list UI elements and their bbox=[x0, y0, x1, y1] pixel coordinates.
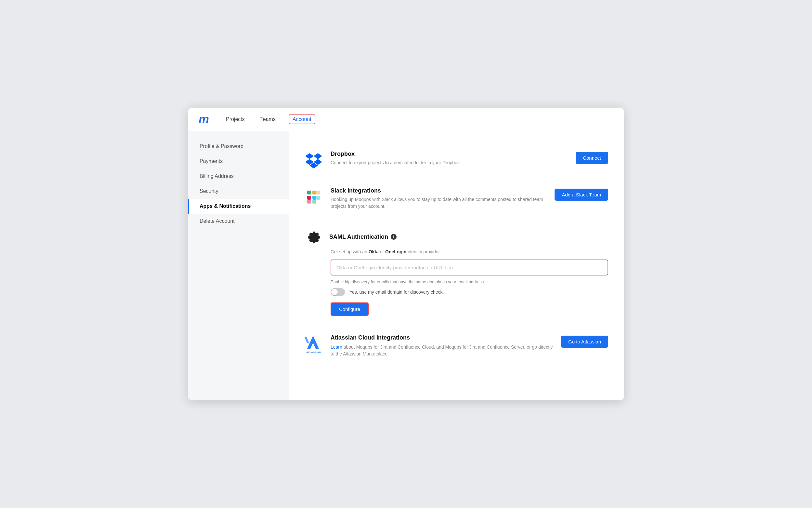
sidebar-item-payments[interactable]: Payments bbox=[188, 154, 289, 169]
saml-title: SAML Authentication bbox=[329, 234, 388, 240]
svg-rect-12 bbox=[312, 200, 316, 204]
saml-onelogin: OneLogin bbox=[385, 249, 406, 254]
svg-rect-6 bbox=[312, 190, 316, 195]
connect-button[interactable]: Connect bbox=[576, 152, 608, 164]
saml-header: SAML Authentication i bbox=[305, 228, 608, 245]
sidebar-item-security[interactable]: Security bbox=[188, 184, 289, 199]
dropbox-desc: Connect to export projects to a dedicate… bbox=[330, 159, 568, 166]
atlassian-learn-link[interactable]: Learn bbox=[330, 344, 342, 350]
top-nav: m Projects Teams Account bbox=[188, 108, 624, 131]
dropbox-section: Dropbox Connect to export projects to a … bbox=[305, 141, 608, 178]
svg-rect-7 bbox=[307, 196, 311, 200]
app-window: m Projects Teams Account Profile & Passw… bbox=[188, 108, 624, 400]
nav-projects[interactable]: Projects bbox=[223, 115, 247, 124]
nav-teams[interactable]: Teams bbox=[258, 115, 278, 124]
atlassian-icon: ATLASSIAN bbox=[305, 334, 323, 355]
atlassian-title: Atlassian Cloud Integrations bbox=[330, 334, 553, 341]
svg-marker-0 bbox=[305, 153, 314, 159]
svg-rect-9 bbox=[316, 190, 320, 195]
saml-desc: Get set up with an Okta or OneLogin iden… bbox=[330, 249, 608, 254]
toggle-row: Yes, use my email domain for discovery c… bbox=[330, 288, 608, 296]
saml-input-wrap bbox=[330, 259, 608, 276]
svg-rect-11 bbox=[307, 200, 311, 204]
dropbox-title: Dropbox bbox=[330, 151, 568, 158]
toggle-knob bbox=[331, 289, 338, 295]
saml-url-input[interactable] bbox=[330, 259, 608, 276]
slack-section: Slack Integrations Hooking up Moqups wit… bbox=[305, 178, 608, 219]
slack-action: Add a Slack Team bbox=[554, 187, 608, 201]
svg-rect-8 bbox=[312, 196, 316, 200]
dropbox-icon bbox=[305, 152, 323, 169]
slack-title: Slack Integrations bbox=[330, 187, 547, 194]
saml-info-icon[interactable]: i bbox=[391, 234, 397, 240]
add-slack-team-button[interactable]: Add a Slack Team bbox=[554, 188, 608, 201]
saml-gear-icon bbox=[305, 229, 323, 245]
saml-idp-label: Enable idp discovery for emails that hav… bbox=[330, 280, 608, 284]
svg-text:ATLASSIAN: ATLASSIAN bbox=[306, 351, 321, 354]
atlassian-body: Atlassian Cloud Integrations Learn about… bbox=[330, 334, 553, 357]
toggle-label: Yes, use my email domain for discovery c… bbox=[350, 290, 444, 295]
saml-okta: Okta bbox=[369, 249, 379, 254]
svg-marker-1 bbox=[314, 153, 322, 159]
sidebar-item-profile[interactable]: Profile & Password bbox=[188, 139, 289, 154]
discovery-toggle[interactable] bbox=[330, 288, 345, 296]
dropbox-body: Dropbox Connect to export projects to a … bbox=[330, 151, 568, 166]
saml-section: SAML Authentication i Get set up with an… bbox=[305, 219, 608, 325]
nav-account[interactable]: Account bbox=[289, 115, 315, 124]
configure-button[interactable]: Configure bbox=[330, 302, 369, 316]
slack-desc: Hooking up Moqups with Slack allows you … bbox=[330, 196, 547, 210]
atlassian-desc: Learn about Moqups for Jira and Confluen… bbox=[330, 344, 553, 357]
saml-title-row: SAML Authentication i bbox=[329, 234, 397, 240]
slack-body: Slack Integrations Hooking up Moqups wit… bbox=[330, 187, 547, 210]
sidebar-item-billing[interactable]: Billing Address bbox=[188, 169, 289, 184]
slack-icon bbox=[305, 188, 323, 206]
go-to-atlassian-button[interactable]: Go to Atlassian bbox=[561, 336, 608, 348]
atlassian-action: Go to Atlassian bbox=[561, 334, 608, 348]
sidebar-item-apps[interactable]: Apps & Notifications bbox=[188, 199, 289, 214]
body-layout: Profile & Password Payments Billing Addr… bbox=[188, 131, 624, 400]
sidebar: Profile & Password Payments Billing Addr… bbox=[188, 131, 289, 400]
svg-rect-5 bbox=[307, 190, 311, 195]
main-content: Dropbox Connect to export projects to a … bbox=[289, 131, 624, 400]
atlassian-section: ATLASSIAN Atlassian Cloud Integrations L… bbox=[305, 325, 608, 367]
sidebar-item-delete[interactable]: Delete Account bbox=[188, 214, 289, 228]
configure-btn-wrap: Configure bbox=[330, 302, 608, 316]
dropbox-action: Connect bbox=[576, 151, 608, 164]
logo: m bbox=[198, 113, 209, 126]
svg-rect-10 bbox=[316, 196, 320, 200]
